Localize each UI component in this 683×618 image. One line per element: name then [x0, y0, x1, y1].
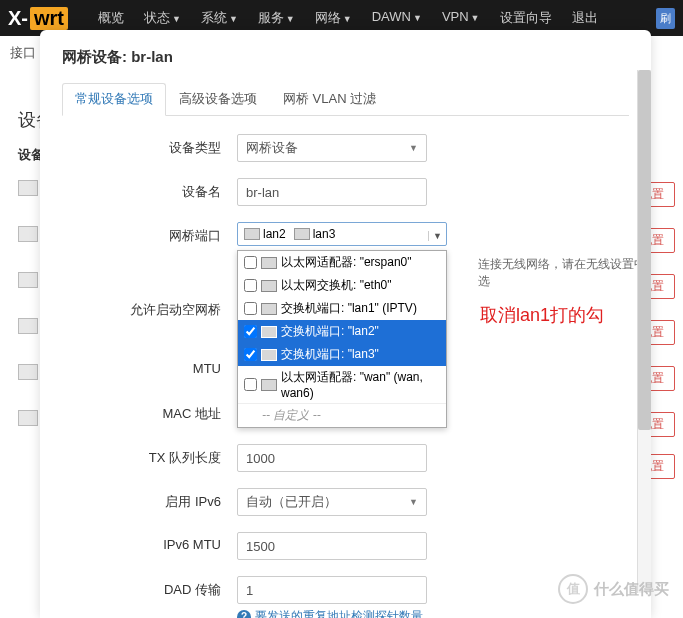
info-icon: ? [237, 610, 251, 619]
modal-title: 网桥设备: br-lan [62, 48, 629, 67]
port-chip: lan2 [244, 227, 286, 241]
adapter-icon [261, 257, 277, 269]
dd-custom-option[interactable]: -- 自定义 -- [238, 403, 446, 427]
nav-menu: 概览 状态▼ 系统▼ 服务▼ 网络▼ DAWN▼ VPN▼ 设置向导 退出 [90, 3, 606, 33]
select-value: 网桥设备 [246, 139, 298, 157]
dad-hint: ? 要发送的重复地址检测探针数量 [237, 608, 629, 618]
tab-general[interactable]: 常规设备选项 [62, 83, 166, 116]
label-ipv6: 启用 IPv6 [62, 488, 237, 511]
device-icon [18, 364, 38, 380]
label-bridge-ports: 网桥端口 [62, 222, 237, 245]
label-ipv6-mtu: IPv6 MTU [62, 532, 237, 552]
label-device-type: 设备类型 [62, 134, 237, 157]
dd-option-lan2[interactable]: 交换机端口: "lan2" [238, 320, 446, 343]
modal-tabs: 常规设备选项 高级设备选项 网桥 VLAN 过滤 [62, 83, 629, 116]
checkbox[interactable] [244, 302, 257, 315]
scrollbar[interactable] [637, 70, 651, 593]
port-chip: lan3 [294, 227, 336, 241]
device-icon [18, 272, 38, 288]
tab-advanced[interactable]: 高级设备选项 [166, 83, 270, 115]
logo-dash: - [21, 7, 28, 30]
nav-overview[interactable]: 概览 [90, 3, 132, 33]
switch-icon [261, 280, 277, 292]
label-mtu: MTU [62, 356, 237, 376]
port-icon [294, 228, 310, 240]
nav-services[interactable]: 服务▼ [250, 3, 303, 33]
watermark-text: 什么值得买 [594, 580, 669, 599]
nav-dawn[interactable]: DAWN▼ [364, 3, 430, 33]
logo-x: X [8, 7, 21, 30]
dd-option-lan1[interactable]: 交换机端口: "lan1" (IPTV) [238, 297, 446, 320]
port-icon [261, 349, 277, 361]
multiselect-bridge-ports[interactable]: lan2 lan3 ▼ [237, 222, 447, 246]
checkbox[interactable] [244, 279, 257, 292]
label-empty-bridge: 允许启动空网桥 [62, 296, 237, 319]
dd-option-lan3[interactable]: 交换机端口: "lan3" [238, 343, 446, 366]
label-dad: DAD 传输 [62, 576, 237, 599]
port-icon [261, 303, 277, 315]
checkbox[interactable] [244, 325, 257, 338]
device-icon [18, 318, 38, 334]
nav-system[interactable]: 系统▼ [193, 3, 246, 33]
select-device-type[interactable]: 网桥设备 ▼ [237, 134, 427, 162]
logo: X - wrt [8, 7, 70, 30]
chevron-down-icon: ▼ [409, 497, 418, 507]
chevron-down-icon: ▼ [409, 143, 418, 153]
logo-badge: wrt [30, 7, 68, 30]
dd-option-eth0[interactable]: 以太网交换机: "eth0" [238, 274, 446, 297]
chevron-down-icon: ▼ [428, 231, 442, 241]
adapter-icon [261, 379, 277, 391]
bridge-ports-dropdown: 以太网适配器: "erspan0" 以太网交换机: "eth0" 交换机端口: … [237, 250, 447, 428]
label-device-name: 设备名 [62, 178, 237, 201]
watermark: 值 什么值得买 [558, 574, 669, 604]
checkbox[interactable] [244, 348, 257, 361]
device-icon [18, 410, 38, 426]
input-dad[interactable] [237, 576, 427, 604]
tab-vlan[interactable]: 网桥 VLAN 过滤 [270, 83, 389, 115]
label-mac: MAC 地址 [62, 400, 237, 423]
port-icon [261, 326, 277, 338]
nav-logout[interactable]: 退出 [564, 3, 606, 33]
checkbox[interactable] [244, 256, 257, 269]
checkbox[interactable] [244, 378, 257, 391]
scroll-thumb[interactable] [638, 70, 651, 430]
nav-vpn[interactable]: VPN▼ [434, 3, 488, 33]
input-tx-queue[interactable] [237, 444, 427, 472]
sidebar-tab[interactable]: 接口 [10, 44, 36, 62]
input-ipv6-mtu[interactable] [237, 532, 427, 560]
port-icon [244, 228, 260, 240]
select-ipv6[interactable]: 自动（已开启） ▼ [237, 488, 427, 516]
dd-option-erspan0[interactable]: 以太网适配器: "erspan0" [238, 251, 446, 274]
label-tx-queue: TX 队列长度 [62, 444, 237, 467]
nav-wizard[interactable]: 设置向导 [492, 3, 560, 33]
auto-refresh-button[interactable]: 刷 [656, 8, 675, 29]
input-device-name[interactable] [237, 178, 427, 206]
select-value: 自动（已开启） [246, 493, 337, 511]
annotation-text: 取消lan1打的勾 [480, 303, 604, 327]
bridge-device-modal: 网桥设备: br-lan 常规设备选项 高级设备选项 网桥 VLAN 过滤 设备… [40, 30, 651, 618]
watermark-icon: 值 [558, 574, 588, 604]
hint-text: 要发送的重复地址检测探针数量 [255, 608, 423, 618]
bridge-ports-hint: 连接无线网络，请在无线设置中选 [478, 256, 651, 290]
dd-option-wan[interactable]: 以太网适配器: "wan" (wan, wan6) [238, 366, 446, 403]
nav-network[interactable]: 网络▼ [307, 3, 360, 33]
device-icon [18, 180, 38, 196]
device-icon [18, 226, 38, 242]
nav-status[interactable]: 状态▼ [136, 3, 189, 33]
